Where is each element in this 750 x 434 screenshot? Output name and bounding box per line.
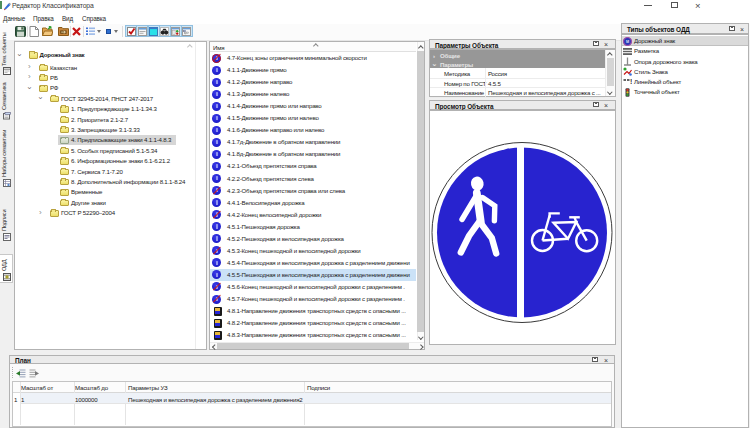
svg-text:м: м (626, 39, 629, 44)
svg-text:!: ! (630, 78, 632, 85)
